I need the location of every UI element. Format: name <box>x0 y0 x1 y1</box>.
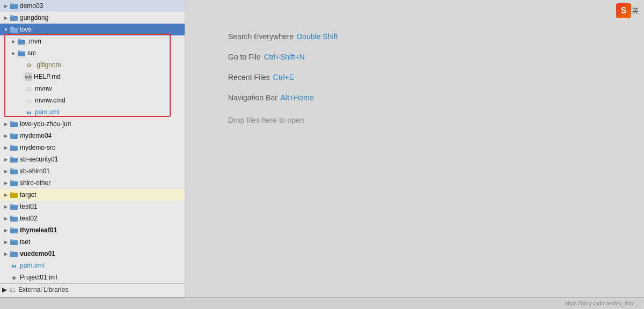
no-chevron <box>17 108 25 116</box>
tree-item-love[interactable]: ▼ love <box>0 24 185 35</box>
shortcut-recent-files: Recent Files Ctrl+E <box>228 73 294 82</box>
scratches-consoles-item[interactable]: ▶ ✏ Scratches and Consoles <box>0 296 185 297</box>
external-libraries-label: External Libraries <box>18 286 68 293</box>
logo-text: 英 <box>632 6 639 16</box>
tree-item-mvn[interactable]: ▶ .mvn <box>0 35 185 47</box>
svg-rect-1 <box>10 3 13 5</box>
tree-item-mvnw[interactable]: □ mvnw <box>0 83 185 94</box>
item-label-mydemo04: mydemo04 <box>20 132 52 139</box>
folder-icon <box>17 49 26 57</box>
chevron-right-icon: ▶ <box>2 156 10 163</box>
item-label-test02: test02 <box>20 215 38 222</box>
item-label-test01: test01 <box>20 203 38 210</box>
external-libraries-item[interactable]: ▶ 🗂 External Libraries <box>0 284 185 296</box>
svg-rect-3 <box>10 15 13 17</box>
folder-icon <box>10 2 18 10</box>
svg-rect-17 <box>10 157 13 158</box>
iml-icon: ◆ <box>10 273 18 282</box>
chevron-right-icon: ▶ <box>10 38 17 45</box>
svg-rect-8 <box>18 52 25 56</box>
shortcut-key-2: Ctrl+E <box>273 73 294 82</box>
tree-item-vuedemo01[interactable]: ▶ vuedemo01 <box>0 248 185 260</box>
shortcut-navigation-bar: Navigation Bar Alt+Home <box>228 93 314 102</box>
chevron-right-icon: ▶ <box>2 238 10 246</box>
tree-item-sb-security01[interactable]: ▶ sb-security01 <box>0 153 185 165</box>
md-icon: MD <box>25 72 32 81</box>
tree-item-love-you-zhou-jun[interactable]: ▶ love-you-zhou-jun <box>0 118 185 130</box>
tree-item-pomxml[interactable]: m pom.xml <box>0 106 185 118</box>
tree-item-test02[interactable]: ▶ test02 <box>0 212 185 224</box>
shortcut-label-3: Navigation Bar <box>228 93 277 102</box>
chevron-right-icon: ▶ <box>2 250 10 258</box>
folder-icon-target <box>10 190 18 199</box>
folder-icon <box>10 179 18 187</box>
chevron-right-icon: ▶ <box>2 215 10 222</box>
svg-rect-31 <box>10 239 13 241</box>
tree-item-gitignore[interactable]: ⊙ .gitignore <box>0 59 185 71</box>
svg-rect-15 <box>10 145 13 146</box>
chevron-right-icon: ▶ <box>2 203 10 210</box>
tree-item-helpmd[interactable]: MD HELP.md <box>0 71 185 83</box>
item-label-helpmd: HELP.md <box>34 73 61 80</box>
item-label-shiro-other: shiro-other <box>20 179 50 187</box>
chevron-down-icon: ▼ <box>2 26 10 33</box>
folder-icon <box>10 143 18 152</box>
svg-rect-20 <box>10 181 18 186</box>
chevron-right-icon: ▶ <box>2 120 10 128</box>
tree-item-src[interactable]: ▶ src <box>0 47 185 59</box>
tree-item-demo03[interactable]: ▶ demo03 <box>0 0 185 12</box>
item-label-src: src <box>27 49 36 57</box>
tree-item-mydemo-src[interactable]: ▶ mydemo-src <box>0 142 185 153</box>
tree-item-pomxml-root[interactable]: m pom.xml <box>0 260 185 271</box>
folder-icon <box>10 202 18 211</box>
item-label-mvn: .mvn <box>27 38 41 45</box>
tree-item-mydemo04[interactable]: ▶ mydemo04 <box>0 130 185 142</box>
tree-item-mvnwcmd[interactable]: □ mvnw.cmd <box>0 94 185 106</box>
bottom-status-bar: https://blog.csdn.net/luo_ting_... <box>0 297 644 309</box>
drop-files-text: Drop files here to open <box>228 116 304 124</box>
folder-icon <box>10 131 18 140</box>
lib-icon: 🗂 <box>10 286 16 293</box>
folder-icon <box>10 238 18 246</box>
svg-rect-13 <box>10 133 13 135</box>
svg-rect-4 <box>10 28 18 33</box>
tree-item-sb-shiro01[interactable]: ▶ sb-shiro01 <box>0 165 185 177</box>
item-label-mydemo-src: mydemo-src <box>20 144 55 151</box>
tree-item-test01[interactable]: ▶ test01 <box>0 201 185 212</box>
tree-item-gungdong[interactable]: ▶ gungdong <box>0 12 185 24</box>
tree-item-shiro-other[interactable]: ▶ shiro-other <box>0 177 185 189</box>
tree-item-target[interactable]: ▶ target <box>0 189 185 201</box>
no-chevron <box>17 73 25 80</box>
chevron-right-icon: ▶ <box>2 14 10 21</box>
file-tree[interactable]: ▶ demo03 ▶ gungdong ▼ love ▶ <box>0 0 185 297</box>
svg-rect-29 <box>10 227 13 229</box>
no-chevron <box>2 274 10 281</box>
top-right-logo: S 英 <box>616 3 639 18</box>
item-label-love-you-zhou-jun: love-you-zhou-jun <box>20 120 71 128</box>
tree-item-tset[interactable]: ▶ tset <box>0 236 185 248</box>
folder-icon <box>10 155 18 164</box>
svg-rect-0 <box>10 4 18 9</box>
chevron-right-icon: ▶ <box>2 226 10 234</box>
chevron-right-icon: ▶ <box>2 144 10 151</box>
item-label-tset: tset <box>20 238 30 246</box>
chevron-right-icon: ▶ <box>2 191 10 198</box>
item-label-mvnw: mvnw <box>35 85 52 92</box>
tree-item-project01iml[interactable]: ◆ Project01.iml <box>0 271 185 283</box>
shortcut-label-2: Recent Files <box>228 73 270 82</box>
item-label-mvnwcmd: mvnw.cmd <box>35 97 65 104</box>
svg-rect-26 <box>10 217 18 222</box>
item-label-vuedemo01: vuedemo01 <box>20 250 55 258</box>
pom-root-icon: m <box>10 261 18 270</box>
no-chevron <box>2 262 10 269</box>
svg-rect-24 <box>10 205 18 210</box>
item-label-love: love <box>20 26 32 33</box>
folder-icon <box>17 37 26 46</box>
main-editor-area: S 英 Search Everywhere Double Shift Go to… <box>185 0 644 297</box>
svg-rect-22 <box>10 193 18 198</box>
chevron-right-icon: ▶ <box>2 286 10 293</box>
mvnw-icon: □ <box>25 84 33 93</box>
folder-icon <box>10 249 18 258</box>
item-label-pomxml-root: pom.xml <box>20 262 44 269</box>
tree-item-thymeleaf01[interactable]: ▶ thymeleaf01 <box>0 224 185 236</box>
